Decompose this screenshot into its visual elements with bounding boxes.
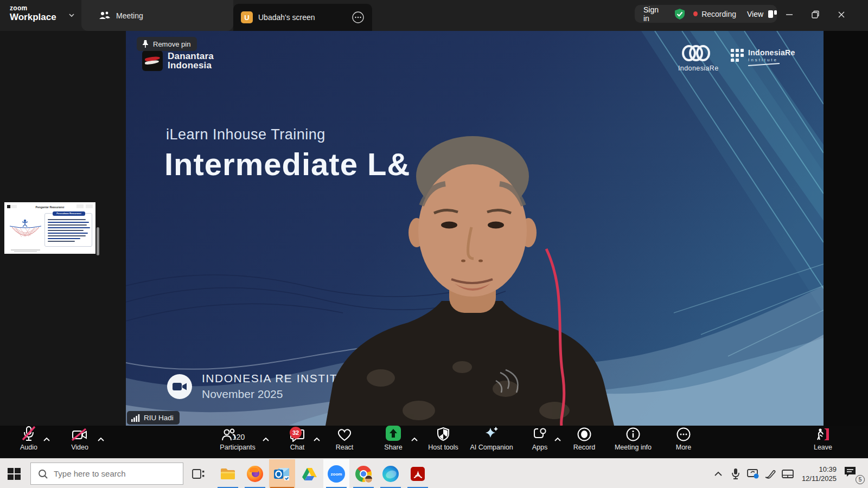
tray-show-hidden-icons[interactable] (710, 465, 727, 483)
apps-label: Apps (532, 444, 548, 451)
tray-screen-share-icon[interactable] (744, 465, 762, 483)
recording-label: Recording (701, 10, 736, 18)
record-icon (577, 427, 592, 442)
task-view-button[interactable] (191, 466, 206, 481)
tray-pen-icon[interactable] (762, 465, 779, 483)
titlebar-status-cluster: Sign in Recording View (635, 5, 777, 23)
meeting-info-button[interactable]: Meeting info (610, 426, 656, 458)
system-tray: 10:39 12/11/2025 5 (710, 459, 868, 488)
sign-in-button[interactable]: Sign in (643, 5, 664, 23)
minimize-button[interactable] (780, 7, 799, 23)
outlook-taskbar-icon[interactable] (269, 459, 295, 488)
ai-companion-sparkle-icon (483, 426, 500, 442)
restore-button[interactable] (806, 7, 825, 23)
notification-count-badge: 5 (856, 475, 865, 484)
share-screen-icon (385, 425, 402, 442)
tab-meeting[interactable]: Meeting (81, 0, 233, 31)
zoom-app-circle: zoom (328, 465, 345, 483)
participants-label: Participants (220, 444, 255, 451)
participants-button[interactable]: 120 Participants (216, 426, 259, 458)
leave-label: Leave (814, 444, 832, 451)
thumbnail-right-logos (76, 204, 93, 208)
meeting-toolbar: Audio Video 120 Participants (0, 426, 868, 458)
participant-name-badge: RIU Hadi (127, 411, 180, 425)
filmstrip-scrollbar[interactable] (97, 227, 99, 255)
more-button[interactable]: More (668, 426, 699, 458)
info-icon (626, 427, 641, 442)
taskbar-clock[interactable]: 10:39 12/11/2025 (802, 465, 837, 483)
more-ellipsis-icon (676, 427, 691, 442)
chat-unread-badge: 32 (290, 427, 302, 439)
workspace-chevron-down-icon[interactable] (67, 11, 76, 22)
connection-signal-icon (131, 414, 140, 422)
participants-count: 120 (232, 433, 245, 441)
chat-chevron-icon[interactable] (312, 435, 321, 445)
shared-screen-thumbnail[interactable]: Pengantar Reasuransi Perusahaan Reasuran… (4, 202, 95, 254)
share-button[interactable]: Share (378, 426, 409, 458)
pin-icon (142, 40, 149, 48)
tray-touchpad-icon[interactable] (779, 465, 796, 483)
record-label: Record (573, 444, 595, 451)
react-label: React (336, 444, 354, 451)
remove-pin-button[interactable]: Remove pin (137, 37, 197, 51)
brand-zoom-label: zoom (10, 4, 56, 12)
thumbnail-tightrope-illustration (9, 219, 42, 240)
audio-button[interactable]: Audio (13, 426, 44, 458)
view-button[interactable]: View (747, 10, 763, 18)
apps-icon (532, 427, 547, 442)
presenter-video-person (126, 31, 824, 426)
remove-pin-label: Remove pin (153, 40, 190, 48)
tab-options-ellipsis-icon[interactable] (352, 11, 365, 24)
share-chevron-icon[interactable] (410, 435, 419, 445)
windows-taskbar: zoom (0, 458, 868, 488)
ai-companion-label: AI Companion (470, 444, 513, 451)
camera-off-icon (71, 428, 88, 442)
stage-right-gutter (824, 31, 868, 426)
video-options-chevron-icon[interactable] (97, 435, 105, 445)
notification-center-button[interactable]: 5 (843, 465, 864, 483)
search-input[interactable] (54, 469, 173, 478)
chat-button[interactable]: 32 Chat (282, 426, 312, 458)
participant-name-label: RIU Hadi (144, 414, 174, 422)
windows-start-button[interactable] (7, 466, 22, 481)
chrome-taskbar-icon[interactable] (350, 459, 376, 488)
edge-taskbar-icon[interactable] (378, 459, 404, 488)
record-button[interactable]: Record (567, 426, 601, 458)
share-tab-avatar: U (241, 11, 253, 23)
host-tools-shield-icon (436, 427, 450, 442)
apps-button[interactable]: Apps (525, 426, 554, 458)
zoom-taskbar-icon[interactable]: zoom (323, 459, 349, 488)
host-tools-label: Host tools (428, 444, 458, 451)
clock-time: 10:39 (802, 465, 837, 474)
video-filmstrip-panel: Pengantar Reasuransi Perusahaan Reasuran… (0, 31, 126, 426)
microphone-muted-icon (21, 426, 36, 442)
audio-options-chevron-icon[interactable] (42, 435, 51, 445)
apps-chevron-icon[interactable] (553, 435, 562, 445)
zoom-workplace-logo: zoom Workplace (10, 4, 56, 23)
ai-companion-button[interactable]: AI Companion (464, 426, 519, 458)
file-explorer-taskbar-icon[interactable] (215, 459, 241, 488)
firefox-taskbar-icon[interactable] (242, 459, 268, 488)
video-button[interactable]: Video (64, 426, 95, 458)
leave-button[interactable]: Leave (807, 426, 839, 458)
window-titlebar: zoom Workplace Meeting U Ubadah's screen… (0, 0, 868, 31)
view-layout-icon[interactable] (767, 9, 777, 19)
taskbar-search[interactable] (30, 463, 183, 485)
thumbnail-content-box: Perusahaan Reasuransi (44, 213, 92, 247)
close-button[interactable] (832, 7, 851, 23)
react-button[interactable]: React (329, 426, 360, 458)
notification-icon (843, 465, 857, 479)
meeting-info-label: Meeting info (615, 444, 652, 451)
adobe-acrobat-taskbar-icon[interactable] (405, 459, 431, 488)
tray-microphone-icon[interactable] (727, 465, 744, 483)
brand-workplace-label: Workplace (10, 12, 56, 23)
thumbnail-caption-line2 (14, 251, 37, 252)
google-drive-taskbar-icon[interactable] (296, 459, 322, 488)
share-label: Share (384, 444, 402, 451)
participants-chevron-icon[interactable] (261, 435, 270, 445)
thumbnail-caption-line (11, 249, 40, 251)
tab-ubadah-screen[interactable]: U Ubadah's screen (233, 4, 372, 31)
host-tools-button[interactable]: Host tools (422, 426, 464, 458)
thumbnail-box-title: Perusahaan Reasuransi (53, 211, 85, 216)
security-shield-icon[interactable] (674, 8, 685, 20)
